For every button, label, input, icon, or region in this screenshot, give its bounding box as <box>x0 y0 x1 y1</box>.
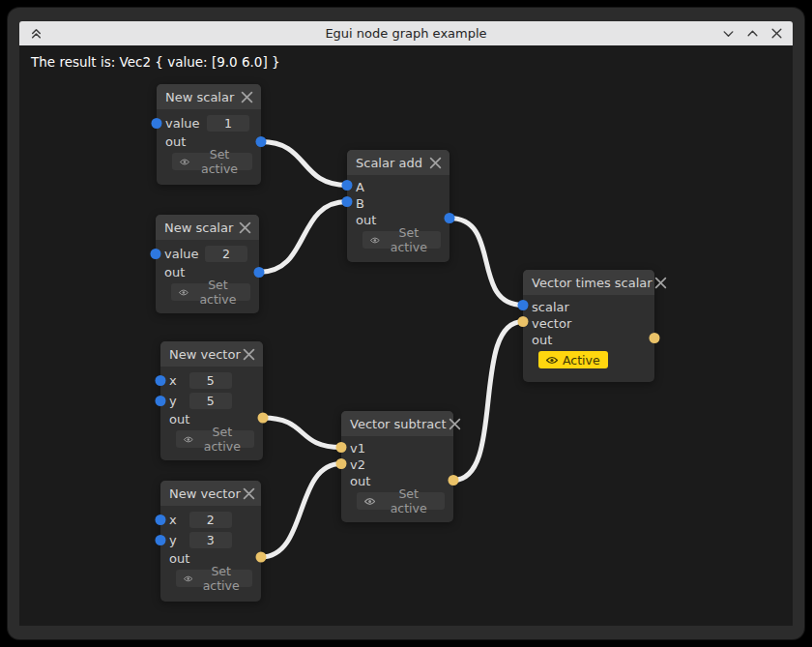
output-label: out <box>164 265 185 279</box>
output-label: out <box>356 213 376 227</box>
app-window: Egui node graph example The result is: V… <box>8 8 804 639</box>
node-title: New scalar <box>164 221 233 235</box>
wire-add-to-times-scalar <box>450 219 523 306</box>
value-input[interactable]: 1 <box>207 115 249 132</box>
set-active-button[interactable]: Set active <box>357 492 445 510</box>
set-active-button[interactable]: Set active <box>171 283 250 301</box>
eye-icon <box>546 356 558 365</box>
input-label: v2 <box>350 457 365 472</box>
port-new-scalar-2-out[interactable] <box>254 267 265 278</box>
value-input[interactable]: 2 <box>205 246 247 262</box>
port-scalar-add-B[interactable] <box>342 196 353 207</box>
active-button[interactable]: Active <box>538 351 608 368</box>
port-times-scalar-vector[interactable] <box>518 316 529 327</box>
maximize-button[interactable] <box>745 27 759 41</box>
set-active-button[interactable]: Set active <box>172 153 252 170</box>
eye-icon <box>184 435 193 444</box>
port-new-scalar-2-value[interactable] <box>151 249 161 259</box>
input-label: y <box>169 394 177 408</box>
node-title: Vector subtract <box>350 417 446 431</box>
port-new-vector-1-out[interactable] <box>258 413 269 424</box>
output-label: out <box>169 412 189 426</box>
input-label: value <box>165 116 200 131</box>
port-new-vector-1-y[interactable] <box>156 396 166 406</box>
close-node-icon[interactable] <box>448 417 461 430</box>
port-times-scalar-scalar[interactable] <box>518 300 529 310</box>
node-title: Vector times scalar <box>532 276 652 290</box>
port-times-scalar-out[interactable] <box>650 333 660 343</box>
node-new-vector-2[interactable]: New vector x 2 y 3 out Set active <box>160 481 261 602</box>
eye-icon <box>180 158 189 166</box>
wire-scalar2-to-addB <box>259 202 347 273</box>
port-new-vector-2-x[interactable] <box>156 515 166 525</box>
set-active-button[interactable]: Set active <box>176 430 254 448</box>
window-titlebar[interactable]: Egui node graph example <box>19 21 793 45</box>
wires-layer <box>19 45 793 626</box>
wire-scalar1-to-addA <box>261 142 347 186</box>
eye-icon <box>179 288 188 297</box>
input-label: B <box>356 196 364 211</box>
close-node-icon[interactable] <box>240 90 253 103</box>
input-label: scalar <box>532 300 569 314</box>
node-title: New vector <box>169 347 241 362</box>
input-label: A <box>356 180 364 194</box>
desktop-background: Egui node graph example The result is: V… <box>0 0 812 647</box>
minimize-button[interactable] <box>721 27 735 41</box>
output-label: out <box>169 551 189 566</box>
port-scalar-add-out[interactable] <box>445 213 455 223</box>
input-label: x <box>169 373 177 388</box>
x-input[interactable]: 5 <box>189 372 232 389</box>
graph-canvas[interactable]: The result is: Vec2 { value: [9.0 6.0] }… <box>19 45 793 626</box>
node-new-scalar-1[interactable]: New scalar value 1 out Set active <box>157 84 261 185</box>
set-active-button[interactable]: Set active <box>362 231 441 249</box>
port-new-vector-1-x[interactable] <box>156 375 166 386</box>
node-title: Scalar add <box>356 156 422 170</box>
output-label: out <box>165 134 186 149</box>
input-label: x <box>169 513 177 527</box>
close-button[interactable] <box>769 27 783 41</box>
close-node-icon[interactable] <box>243 486 256 500</box>
port-new-vector-2-out[interactable] <box>256 552 267 563</box>
node-vector-times-scalar[interactable]: Vector times scalar scalar vector out Ac… <box>523 270 654 382</box>
eye-icon <box>184 574 192 583</box>
port-scalar-add-A[interactable] <box>342 180 353 191</box>
wire-vector1-to-sub-v1 <box>263 418 341 448</box>
x-input[interactable]: 2 <box>189 512 232 528</box>
eye-icon <box>364 497 375 506</box>
port-new-scalar-1-out[interactable] <box>256 136 267 147</box>
close-node-icon[interactable] <box>654 276 668 289</box>
port-new-vector-2-y[interactable] <box>156 535 166 545</box>
output-label: out <box>350 474 370 488</box>
close-node-icon[interactable] <box>428 156 442 169</box>
input-label: vector <box>532 316 571 331</box>
input-label: value <box>164 247 199 261</box>
close-node-icon[interactable] <box>243 347 256 361</box>
node-new-vector-1[interactable]: New vector x 5 y 5 out Set active <box>160 341 263 460</box>
node-title: New scalar <box>165 90 234 104</box>
y-input[interactable]: 5 <box>189 393 232 409</box>
close-node-icon[interactable] <box>238 221 251 234</box>
output-label: out <box>532 333 552 347</box>
y-input[interactable]: 3 <box>189 532 232 548</box>
window-title: Egui node graph example <box>19 26 793 41</box>
wire-sub-to-times-vector <box>453 322 523 481</box>
wire-vector2-to-sub-v2 <box>261 464 341 558</box>
node-vector-subtract[interactable]: Vector subtract v1 v2 out Set active <box>341 411 453 522</box>
node-scalar-add[interactable]: Scalar add A B out Set active <box>347 150 450 262</box>
node-new-scalar-2[interactable]: New scalar value 2 out Set active <box>156 215 259 313</box>
port-vector-subtract-v1[interactable] <box>336 442 347 453</box>
result-text: The result is: Vec2 { value: [9.0 6.0] } <box>31 54 280 70</box>
port-new-scalar-1-value[interactable] <box>152 118 162 129</box>
set-active-button[interactable]: Set active <box>176 570 252 587</box>
input-label: y <box>169 533 177 547</box>
node-title: New vector <box>169 486 241 501</box>
port-vector-subtract-v2[interactable] <box>336 458 347 469</box>
eye-icon <box>370 236 380 245</box>
port-vector-subtract-out[interactable] <box>449 475 459 485</box>
input-label: v1 <box>350 441 365 456</box>
